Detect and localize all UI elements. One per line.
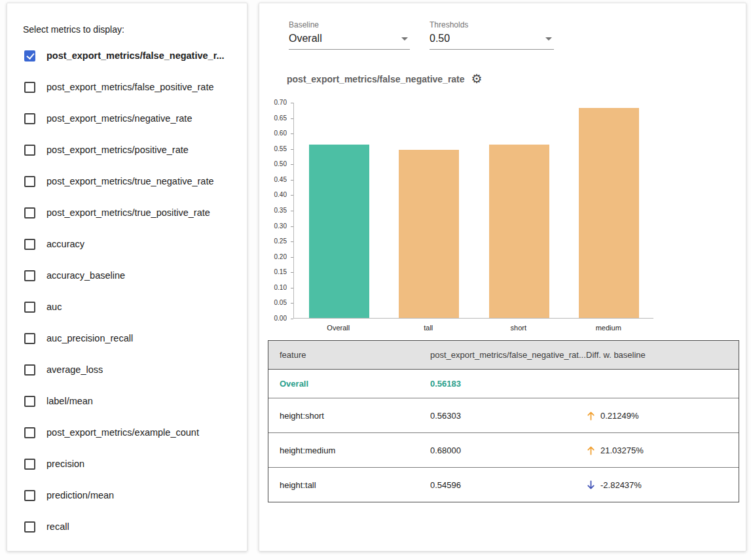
checkbox-unchecked-icon[interactable] [24,490,35,501]
metric-label: precision [46,459,84,469]
metric-checkbox-item[interactable]: post_export_metrics/negative_rate [7,103,247,134]
metric-selection-panel: Select metrics to display: post_export_m… [7,3,247,551]
metric-label: average_loss [46,364,103,375]
y-tick-label: 0.55 [267,146,287,152]
feature-cell: height:short [268,411,419,421]
metric-checkbox-item[interactable]: post_export_metrics/false_negative_r... [7,40,247,71]
checkbox-unchecked-icon[interactable] [24,364,35,376]
metric-checkbox-item[interactable]: average_loss [7,354,247,385]
checkbox-unchecked-icon[interactable] [24,396,35,407]
y-tick-label: 0.45 [267,177,287,183]
checkbox-unchecked-icon[interactable] [24,239,35,250]
y-tick-label: 0.60 [267,130,287,137]
metrics-list: post_export_metrics/false_negative_r...p… [7,37,247,542]
bar-short[interactable] [489,145,549,318]
checkbox-unchecked-icon[interactable] [24,270,35,281]
chevron-down-icon[interactable] [545,37,552,41]
y-tick-label: 0.30 [267,223,287,230]
metric-value-cell: 0.56183 [419,379,575,389]
checkbox-unchecked-icon[interactable] [24,302,35,313]
feature-cell: Overall [268,379,419,389]
checkbox-unchecked-icon[interactable] [24,427,35,438]
table-row[interactable]: Overall0.56183 [268,370,739,398]
metric-label: auc_precision_recall [46,333,133,343]
metric-checkbox-item[interactable]: auc [7,291,247,323]
metric-checkbox-item[interactable]: post_export_metrics/example_count [7,417,247,448]
y-tick-label: 0.50 [267,161,287,167]
y-tick-label: 0.35 [267,207,287,214]
metric-label: accuracy_baseline [46,270,125,281]
table-row[interactable]: height:medium0.6800021.03275% [268,432,739,467]
metric-label: accuracy [46,239,84,249]
diff-cell: 21.03275% [575,445,739,456]
x-tick-label: medium [564,324,654,332]
metric-checkbox-item[interactable]: precision [7,448,247,480]
table-row[interactable]: height:tall0.54596-2.82437% [268,467,739,502]
bar-tall[interactable] [399,150,459,318]
y-tick-mark [291,319,293,319]
checkbox-unchecked-icon[interactable] [24,176,35,187]
arrow-up-icon [586,445,596,456]
metric-label: recall [46,521,69,532]
checkbox-unchecked-icon[interactable] [24,82,35,93]
metric-checkbox-item[interactable]: recall [7,511,247,542]
metric-value-cell: 0.54596 [419,480,575,490]
table-header-cell: feature [268,350,419,360]
y-tick-label: 0.40 [267,192,287,198]
bar-medium[interactable] [579,108,639,318]
table-header-cell: post_export_metrics/false_negative_rat..… [419,350,575,360]
baseline-select[interactable]: Baseline Overall [289,20,410,50]
metric-label: post_export_metrics/positive_rate [46,145,189,155]
x-tick-label: short [473,324,564,332]
baseline-select-value: Overall [289,33,322,44]
x-tick-label: tall [384,324,474,332]
checkbox-unchecked-icon[interactable] [24,459,35,470]
metric-checkbox-item[interactable]: post_export_metrics/true_positive_rate [7,197,247,228]
metric-checkbox-item[interactable]: prediction/mean [7,480,247,511]
metric-checkbox-item[interactable]: accuracy_baseline [7,260,247,291]
metric-checkbox-item[interactable]: post_export_metrics/false_positive_rate [7,71,247,103]
bar-Overall[interactable] [309,145,369,318]
metric-label: prediction/mean [46,490,114,500]
metric-checkbox-item[interactable]: auc_precision_recall [7,323,247,354]
feature-cell: height:medium [268,446,419,455]
table-header-cell: Diff. w. baseline [575,350,739,360]
metric-label: post_export_metrics/false_positive_rate [46,82,214,92]
metric-label: post_export_metrics/true_negative_rate [46,176,214,186]
checkbox-unchecked-icon[interactable] [24,145,35,156]
metric-checkbox-item[interactable]: label/mean [7,385,247,417]
metric-label: post_export_metrics/negative_rate [46,113,192,124]
metric-checkbox-item[interactable]: post_export_metrics/true_negative_rate [7,166,247,197]
checkbox-unchecked-icon[interactable] [24,207,35,219]
checkbox-unchecked-icon[interactable] [24,521,35,533]
metric-checkbox-item[interactable]: post_export_metrics/positive_rate [7,134,247,166]
thresholds-select[interactable]: Thresholds 0.50 [430,20,554,50]
table-row[interactable]: height:short0.563030.21249% [268,398,739,432]
metric-label: auc [46,302,62,312]
metric-checkbox-item[interactable]: accuracy [7,228,247,260]
y-axis: 0.000.050.100.150.200.250.300.350.400.45… [259,103,293,319]
metric-label: post_export_metrics/false_negative_r... [46,50,225,61]
metric-label: label/mean [46,396,93,406]
diff-value: 21.03275% [600,446,644,455]
diff-cell: -2.82437% [575,480,739,491]
y-tick-label: 0.20 [267,254,287,260]
chevron-down-icon[interactable] [401,37,408,41]
results-panel: Baseline Overall Thresholds 0.50 post_ex… [259,3,746,551]
chart-header: post_export_metrics/false_negative_rate … [287,73,483,85]
checkbox-unchecked-icon[interactable] [24,333,35,344]
arrow-down-icon [586,480,596,491]
settings-gear-icon[interactable]: ⚙ [471,73,483,85]
metric-selection-title: Select metrics to display: [7,3,247,37]
checkbox-unchecked-icon[interactable] [24,113,35,124]
metrics-table: featurepost_export_metrics/false_negativ… [268,340,739,502]
diff-cell: 0.21249% [575,410,739,421]
metric-value-cell: 0.56303 [419,411,575,421]
x-tick-label: Overall [293,324,384,332]
y-tick-label: 0.25 [267,238,287,245]
y-tick-label: 0.05 [267,300,287,306]
metric-value-cell: 0.68000 [419,446,575,455]
thresholds-select-label: Thresholds [430,20,554,29]
checkbox-checked-icon[interactable] [24,50,35,61]
chart-title: post_export_metrics/false_negative_rate [287,74,465,84]
